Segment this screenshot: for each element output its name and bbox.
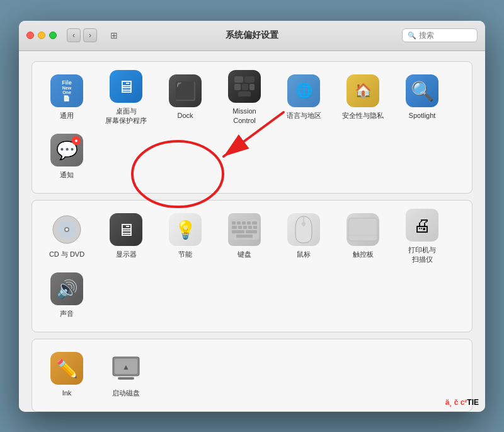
svg-rect-13: [242, 221, 246, 225]
svg-text:▲: ▲: [122, 363, 130, 371]
pref-printer[interactable]: 🖨 打印机与扫描仪: [394, 208, 450, 265]
svg-rect-2: [234, 84, 241, 90]
section-personal: File New One 📄 通用 🖥 桌面与屏幕保护程序: [32, 61, 472, 194]
section-other: ✏️ Ink ▲ 启动磁盘: [32, 339, 472, 412]
desktop-icon: 🖥: [110, 70, 142, 103]
content-area: File New One 📄 通用 🖥 桌面与屏幕保护程序: [19, 51, 485, 412]
svg-rect-21: [232, 230, 244, 233]
pref-keyboard[interactable]: 键盘: [216, 208, 273, 265]
pref-dock[interactable]: ⬛ Dock: [157, 69, 214, 126]
svg-rect-12: [237, 221, 241, 225]
svg-rect-14: [247, 221, 251, 225]
svg-rect-19: [248, 226, 252, 229]
svg-rect-30: [118, 377, 134, 380]
pref-general[interactable]: File New One 📄 通用: [38, 69, 95, 126]
language-label: 语言与地区: [287, 111, 321, 120]
mission-icon: [228, 70, 261, 103]
mission-label: MissionControl: [232, 107, 256, 125]
trackpad-label: 触控板: [353, 250, 374, 259]
svg-rect-11: [232, 221, 236, 225]
svg-point-25: [302, 222, 306, 226]
pref-language[interactable]: 🌐 语言与地区: [275, 69, 332, 126]
system-preferences-window: ‹ › ⊞ 系统偏好设置 🔍 File: [19, 21, 485, 412]
pref-sound[interactable]: 🔊 声音: [38, 267, 95, 324]
desktop-label: 桌面与屏幕保护程序: [105, 107, 147, 125]
spotlight-icon: 🔍: [406, 74, 438, 107]
startup-label: 启动磁盘: [112, 388, 140, 397]
pref-security[interactable]: 🏠 安全性与隐私: [335, 69, 391, 126]
trackpad-icon: [346, 213, 379, 246]
svg-rect-15: [252, 221, 257, 225]
close-button[interactable]: [26, 32, 34, 39]
energy-label: 节能: [178, 250, 192, 259]
search-box[interactable]: 🔍: [402, 28, 478, 42]
display-label: 显示器: [116, 250, 137, 259]
other-grid: ✏️ Ink ▲ 启动磁盘: [38, 347, 466, 404]
pref-desktop[interactable]: 🖥 桌面与屏幕保护程序: [98, 69, 154, 126]
svg-rect-20: [253, 226, 257, 229]
grid-button[interactable]: ⊞: [107, 28, 121, 42]
sound-icon: 🔊: [50, 272, 83, 305]
back-button[interactable]: ‹: [67, 28, 81, 42]
spotlight-label: Spotlight: [409, 111, 436, 120]
section-hardware: CD 与 DVD 🖥 显示器 💡 节能: [32, 200, 472, 332]
ink-icon: ✏️: [50, 352, 83, 385]
watermark: ä¸ č c²TIE: [445, 398, 479, 407]
security-icon: 🏠: [346, 74, 379, 107]
ink-label: Ink: [62, 388, 72, 397]
keyboard-icon: [228, 213, 261, 246]
pref-trackpad[interactable]: 触控板: [335, 208, 391, 265]
display-icon: 🖥: [110, 213, 142, 246]
titlebar: ‹ › ⊞ 系统偏好设置 🔍: [19, 21, 485, 51]
printer-icon: 🖨: [406, 209, 438, 242]
cddvd-label: CD 与 DVD: [49, 250, 84, 259]
pref-cddvd[interactable]: CD 与 DVD: [38, 208, 95, 265]
pref-spotlight[interactable]: 🔍 Spotlight: [394, 69, 450, 126]
pref-energy[interactable]: 💡 节能: [157, 208, 214, 265]
general-icon: File New One 📄: [50, 74, 83, 107]
svg-rect-3: [242, 84, 248, 90]
search-icon: 🔍: [408, 32, 416, 40]
svg-rect-17: [238, 226, 242, 229]
pref-ink[interactable]: ✏️ Ink: [38, 347, 95, 404]
language-icon: 🌐: [287, 74, 320, 107]
pref-startup[interactable]: ▲ 启动磁盘: [98, 347, 154, 404]
svg-rect-5: [238, 91, 251, 96]
svg-rect-16: [232, 226, 237, 229]
pref-notification[interactable]: 💬 ● 通知: [38, 129, 95, 185]
svg-rect-23: [236, 235, 253, 238]
svg-rect-0: [234, 76, 243, 83]
printer-label: 打印机与扫描仪: [408, 245, 436, 264]
sound-label: 声音: [60, 309, 74, 318]
nav-buttons: ‹ ›: [67, 28, 97, 42]
startup-icon: ▲: [110, 352, 142, 385]
dock-icon: ⬛: [169, 74, 202, 107]
keyboard-label: 键盘: [238, 250, 251, 259]
forward-button[interactable]: ›: [83, 28, 97, 42]
hardware-grid: CD 与 DVD 🖥 显示器 💡 节能: [38, 208, 466, 324]
svg-point-9: [66, 228, 68, 231]
minimize-button[interactable]: [38, 32, 45, 39]
search-input[interactable]: [419, 31, 472, 40]
energy-icon: 💡: [169, 213, 202, 246]
traffic-lights: [26, 32, 57, 39]
maximize-button[interactable]: [49, 32, 57, 39]
pref-display[interactable]: 🖥 显示器: [98, 208, 154, 265]
svg-rect-26: [348, 218, 377, 241]
svg-rect-18: [243, 226, 247, 229]
window-title: 系统偏好设置: [226, 30, 278, 41]
cddvd-icon: [50, 213, 83, 246]
notification-icon: 💬 ●: [50, 134, 83, 166]
pref-mission[interactable]: MissionControl: [216, 69, 273, 126]
svg-rect-4: [249, 84, 255, 90]
svg-rect-22: [246, 230, 257, 233]
dock-label: Dock: [177, 111, 193, 120]
pref-mouse[interactable]: 鼠标: [275, 208, 332, 265]
mouse-label: 鼠标: [297, 250, 311, 259]
notification-label: 通知: [60, 170, 74, 179]
svg-rect-1: [244, 76, 255, 83]
personal-grid: File New One 📄 通用 🖥 桌面与屏幕保护程序: [38, 69, 466, 185]
general-label: 通用: [60, 111, 74, 120]
security-label: 安全性与隐私: [342, 111, 384, 120]
mouse-icon: [287, 213, 320, 246]
